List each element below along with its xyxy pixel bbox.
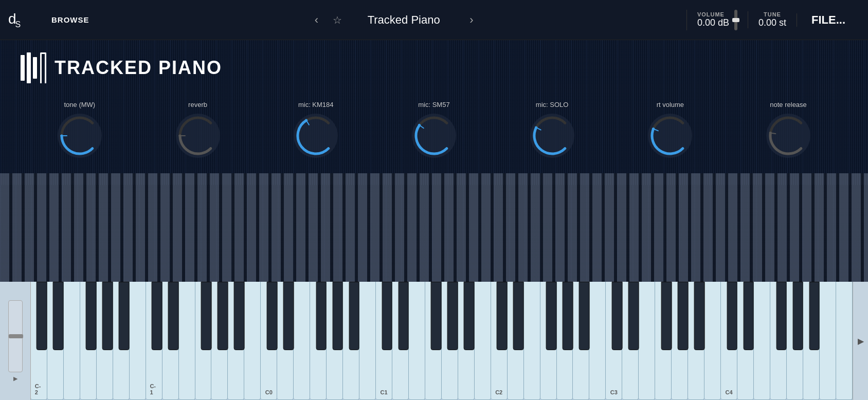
white-key[interactable] — [64, 282, 80, 400]
knob-note-release[interactable] — [765, 113, 811, 159]
knob-mic-solo[interactable] — [529, 113, 575, 159]
piano-keys: C-2C-1C0C1C2C3C4 — [31, 282, 853, 400]
octave-label: C2 — [495, 389, 502, 395]
nav-prev-button[interactable]: ‹ — [311, 11, 322, 29]
knob-container-mic-sm57: mic: SM57 — [411, 101, 457, 159]
black-key[interactable] — [234, 282, 245, 350]
knob-reverb[interactable] — [175, 113, 221, 159]
black-key[interactable] — [579, 282, 590, 350]
knob-container-mic-km184: mic: KM184 — [293, 101, 339, 159]
white-key[interactable] — [130, 282, 146, 400]
white-key[interactable] — [754, 282, 770, 400]
white-key[interactable] — [524, 282, 540, 400]
black-key[interactable] — [447, 282, 458, 350]
keyboard-scroll-right[interactable]: ▶ — [858, 336, 864, 346]
black-key[interactable] — [563, 282, 573, 350]
black-key[interactable] — [316, 282, 327, 350]
keyboard-left-panel: ▶ — [0, 282, 31, 400]
volume-fader[interactable] — [734, 10, 737, 30]
knobs-row: tone (MW) reverb mic: KM184 mic: SM57 — [0, 96, 868, 159]
file-button[interactable]: FILE... — [797, 13, 860, 27]
black-key[interactable] — [464, 282, 475, 350]
keyboard-right-panel: ▶ — [853, 282, 868, 400]
black-key[interactable] — [119, 282, 130, 350]
black-key[interactable] — [743, 282, 754, 350]
knob-container-rt-volume: rt volume — [647, 101, 693, 159]
pitch-thumb — [9, 334, 23, 338]
black-key[interactable] — [612, 282, 623, 350]
knob-label-reverb: reverb — [188, 101, 207, 108]
white-key[interactable] — [409, 282, 425, 400]
knob-mic-km184[interactable] — [293, 113, 339, 159]
browse-button[interactable]: BROWSE — [39, 15, 102, 24]
logo-bar-open — [40, 52, 46, 83]
octave-label: C-1 — [150, 383, 157, 395]
black-key[interactable] — [694, 282, 704, 350]
knob-label-mic-km184: mic: KM184 — [298, 101, 334, 108]
white-key[interactable] — [294, 282, 310, 400]
black-key[interactable] — [266, 282, 277, 350]
instrument-panel: TRACKED PIANO tone (MW) reverb mic: KM18… — [0, 40, 868, 282]
black-key[interactable] — [776, 282, 787, 350]
instrument-title: Tracked Piano — [352, 13, 455, 27]
black-key[interactable] — [53, 282, 64, 350]
black-key[interactable] — [431, 282, 442, 350]
black-key[interactable] — [382, 282, 392, 350]
knob-mic-sm57[interactable] — [411, 113, 457, 159]
black-key[interactable] — [661, 282, 672, 350]
tune-value: 0.00 st — [758, 17, 786, 28]
svg-point-10 — [648, 114, 692, 158]
white-key[interactable] — [639, 282, 655, 400]
octave-label: C0 — [265, 389, 273, 395]
instrument-logo — [21, 52, 46, 83]
white-key[interactable] — [244, 282, 261, 400]
white-key[interactable] — [836, 282, 853, 400]
instrument-name: TRACKED PIANO — [55, 57, 222, 79]
white-key[interactable] — [589, 282, 606, 400]
black-key[interactable] — [809, 282, 820, 350]
volume-label: VOLUME — [697, 11, 729, 17]
knob-label-mic-sm57: mic: SM57 — [418, 101, 449, 108]
app-logo: dS — [8, 11, 39, 29]
black-key[interactable] — [102, 282, 113, 350]
black-key[interactable] — [152, 282, 162, 350]
black-key[interactable] — [332, 282, 343, 350]
logo-bar-1 — [21, 55, 25, 81]
octave-label: C3 — [610, 389, 618, 395]
instrument-header: TRACKED PIANO — [0, 40, 868, 96]
black-key[interactable] — [628, 282, 639, 350]
black-key[interactable] — [792, 282, 803, 350]
black-key[interactable] — [283, 282, 294, 350]
keyboard-container: C-2C-1C0C1C2C3C4 — [31, 282, 853, 400]
black-key[interactable] — [218, 282, 228, 350]
knob-label-tone-mw: tone (MW) — [64, 101, 96, 108]
black-key[interactable] — [513, 282, 524, 350]
white-key[interactable] — [475, 282, 491, 400]
knob-rt-volume[interactable] — [647, 113, 693, 159]
black-key[interactable] — [497, 282, 508, 350]
octave-label: C4 — [725, 389, 732, 395]
black-key[interactable] — [168, 282, 179, 350]
white-key[interactable] — [820, 282, 836, 400]
black-key[interactable] — [349, 282, 359, 350]
black-key[interactable] — [86, 282, 97, 350]
knob-tone-mw[interactable] — [57, 113, 103, 159]
nav-next-button[interactable]: › — [465, 11, 477, 29]
knob-container-tone-mw: tone (MW) — [57, 101, 103, 159]
black-key[interactable] — [677, 282, 688, 350]
white-key[interactable] — [704, 282, 721, 400]
black-key[interactable] — [201, 282, 212, 350]
favorite-button[interactable]: ☆ — [333, 14, 342, 26]
white-key[interactable] — [359, 282, 376, 400]
black-key[interactable] — [727, 282, 737, 350]
top-bar: dS BROWSE ‹ ☆ Tracked Piano › VOLUME 0.0… — [0, 0, 868, 40]
bg-keys — [0, 173, 868, 282]
svg-point-4 — [294, 114, 338, 158]
white-key[interactable] — [179, 282, 195, 400]
knob-container-note-release: note release — [765, 101, 811, 159]
black-key[interactable] — [37, 282, 47, 350]
svg-point-12 — [766, 114, 810, 158]
pitch-bend-slider[interactable] — [8, 300, 23, 372]
black-key[interactable] — [546, 282, 557, 350]
black-key[interactable] — [398, 282, 409, 350]
